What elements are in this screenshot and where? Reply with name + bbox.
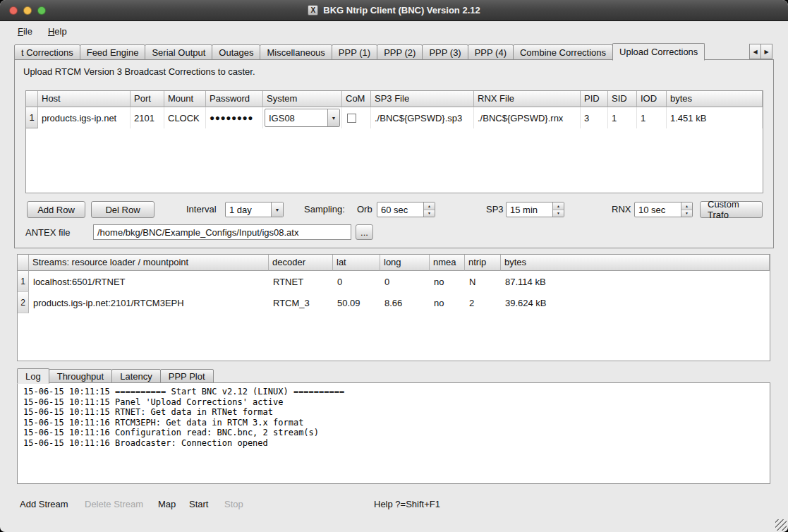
ntrip-cell: N (465, 271, 501, 292)
screen: X BKG Ntrip Client (BNC) Version 2.12 Fi… (0, 0, 788, 532)
panel-description: Upload RTCM Version 3 Broadcast Correcti… (23, 66, 255, 77)
tab-miscellaneous[interactable]: Miscellaneous (260, 44, 332, 60)
tab-ppp-4[interactable]: PPP (4) (468, 44, 514, 60)
title-group: X BKG Ntrip Client (BNC) Version 2.12 (308, 5, 480, 16)
column-header-com: CoM (342, 91, 371, 107)
sp3-file-cell[interactable]: ./BNC${GPSWD}.sp3 (371, 107, 474, 128)
system-combobox[interactable]: IGS08 ▼ (263, 107, 342, 128)
main-tab-bar: t Corrections Feed Engine Serial Output … (14, 42, 774, 60)
stream-row[interactable]: 1 localhost:6501/RTNET RTNET 0 0 no N 87… (18, 271, 770, 292)
column-header-rnx-file: RNX File (474, 91, 581, 107)
tab-broadcast-corrections[interactable]: t Corrections (14, 44, 80, 60)
mount-cell[interactable]: CLOCK (164, 107, 206, 128)
column-header-decoder: decoder (269, 255, 333, 271)
pid-cell[interactable]: 3 (581, 107, 608, 128)
orb-spin-arrows: ▲ ▼ (423, 202, 435, 217)
add-stream-button[interactable]: Add Stream (20, 499, 68, 509)
start-button[interactable]: Start (189, 499, 208, 509)
spin-down-icon[interactable]: ▼ (553, 210, 564, 217)
close-button[interactable] (9, 6, 18, 15)
corner-header (18, 255, 29, 271)
chevron-down-icon[interactable]: ▼ (327, 109, 339, 126)
minimize-button[interactable] (23, 6, 32, 15)
antex-file-input[interactable]: /home/bkg/BNC/Example_Configs/Input/igs0… (93, 224, 351, 240)
delete-stream-button[interactable]: Delete Stream (85, 499, 143, 509)
column-header-sid: SID (608, 91, 637, 107)
title-bar[interactable]: X BKG Ntrip Client (BNC) Version 2.12 (0, 0, 788, 21)
tab-throughput[interactable]: Throughput (49, 369, 113, 383)
rnx-label: RNX (612, 204, 631, 214)
zoom-button[interactable] (37, 6, 46, 15)
window-controls (9, 6, 46, 15)
add-row-button[interactable]: Add Row (27, 201, 85, 218)
column-header-iod: IOD (637, 91, 667, 107)
sp3-spin-arrows: ▲ ▼ (552, 202, 564, 217)
ntrip-cell: 2 (465, 292, 501, 313)
spin-up-icon[interactable]: ▲ (681, 202, 692, 210)
log-line: 15-06-15 10:11:16 RTCM3EPH: Get data in … (23, 418, 764, 428)
tab-latency[interactable]: Latency (111, 369, 161, 383)
interval-value: 1 day (226, 202, 271, 217)
port-cell[interactable]: 2101 (131, 107, 164, 128)
log-line: 15-06-15 10:11:16 Configuration read: BN… (23, 428, 764, 438)
orb-sampling-spinbox[interactable]: 60 sec ▲ ▼ (377, 202, 435, 217)
rnx-sampling-spinbox[interactable]: 10 sec ▲ ▼ (634, 202, 693, 217)
sid-cell[interactable]: 1 (608, 107, 637, 128)
bytes-cell: 39.624 kB (501, 292, 770, 313)
com-checkbox[interactable] (347, 114, 356, 123)
menu-file[interactable]: File (18, 26, 32, 37)
tab-scroll-left-button[interactable]: ◀ (749, 44, 761, 59)
spin-up-icon[interactable]: ▲ (553, 202, 564, 210)
tab-outages[interactable]: Outages (212, 44, 260, 60)
spin-up-icon[interactable]: ▲ (424, 202, 435, 210)
spin-down-icon[interactable]: ▼ (424, 210, 435, 217)
com-cell (342, 107, 371, 128)
tab-log[interactable]: Log (17, 368, 49, 384)
upload-table: Host Port Mount Password System CoM SP3 … (25, 90, 763, 193)
column-header-password: Password (206, 91, 263, 107)
log-line: 15-06-15 10:11:15 RTNET: Get data in RTN… (23, 407, 764, 418)
tab-ppp-plot[interactable]: PPP Plot (160, 369, 214, 383)
row-number: 2 (18, 292, 29, 313)
tab-ppp-2[interactable]: PPP (2) (377, 44, 423, 60)
antex-browse-button[interactable]: ... (356, 224, 373, 240)
rnx-file-cell[interactable]: ./BNC${GPSWD}.rnx (474, 107, 581, 128)
help-shortcut-label: Help ?=Shift+F1 (374, 499, 440, 509)
map-button[interactable]: Map (158, 499, 176, 509)
stream-row[interactable]: 2 products.igs-ip.net:2101/RTCM3EPH RTCM… (18, 292, 770, 313)
tab-ppp-3[interactable]: PPP (3) (422, 44, 468, 60)
chevron-down-icon[interactable]: ▼ (271, 202, 283, 217)
custom-trafo-button[interactable]: Custom Trafo (700, 201, 763, 218)
bytes-cell: 87.114 kB (501, 271, 770, 292)
decoder-cell: RTNET (269, 271, 333, 292)
host-cell[interactable]: products.igs-ip.net (38, 107, 131, 128)
tab-combine-corrections[interactable]: Combine Corrections (513, 44, 613, 60)
tab-feed-engine[interactable]: Feed Engine (80, 44, 146, 60)
tab-ppp-1[interactable]: PPP (1) (332, 44, 377, 60)
log-output[interactable]: 15-06-15 10:11:15 ========== Start BNC v… (17, 382, 770, 484)
spin-down-icon[interactable]: ▼ (681, 210, 692, 217)
mountpoint-cell: products.igs-ip.net:2101/RTCM3EPH (29, 292, 269, 313)
interval-combobox[interactable]: 1 day ▼ (225, 202, 284, 217)
tab-scroll-right-button[interactable]: ▶ (760, 44, 772, 59)
bytes-cell: 1.451 kB (667, 107, 763, 128)
long-cell: 8.66 (380, 292, 430, 313)
resize-grip[interactable] (775, 519, 787, 531)
upload-corrections-panel: Upload RTCM Version 3 Broadcast Correcti… (14, 59, 774, 248)
rnx-sampling-value: 10 sec (635, 202, 681, 217)
del-row-button[interactable]: Del Row (91, 201, 154, 218)
column-header-nmea: nmea (430, 255, 465, 271)
column-header-system: System (263, 91, 342, 107)
tab-serial-output[interactable]: Serial Output (145, 44, 212, 60)
menu-help[interactable]: Help (48, 26, 67, 37)
decoder-cell: RTCM_3 (269, 292, 333, 313)
password-cell[interactable]: ●●●●●●●● (206, 107, 263, 128)
column-header-sp3-file: SP3 File (371, 91, 474, 107)
x11-app-icon: X (308, 5, 318, 16)
tab-upload-corrections[interactable]: Upload Corrections (612, 43, 705, 61)
iod-cell[interactable]: 1 (637, 107, 667, 128)
left-arrow-icon: ◀ (753, 49, 757, 55)
stop-button[interactable]: Stop (224, 499, 243, 509)
sp3-sampling-spinbox[interactable]: 15 min ▲ ▼ (506, 202, 564, 217)
menu-bar: File Help (0, 22, 788, 40)
